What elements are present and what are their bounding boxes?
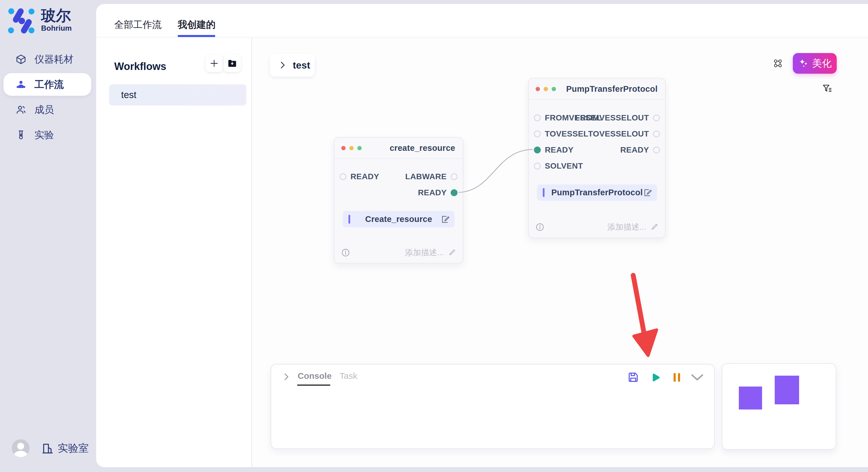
workflow-node-create-resource[interactable]: create_resource READY LABWARE READY Crea…: [334, 137, 463, 264]
minimap-node-pump-transfer: [775, 376, 799, 404]
edit-icon[interactable]: [441, 215, 450, 224]
command-palette-button[interactable]: [773, 59, 783, 69]
sidebar-item-label: 实验: [34, 129, 54, 142]
import-workflow-button[interactable]: [224, 55, 241, 72]
sidebar-item-experiments[interactable]: 实验: [3, 124, 91, 146]
sidebar-item-workflows[interactable]: 工作流: [3, 73, 91, 96]
lab-switcher[interactable]: 实验室: [41, 441, 89, 456]
sidebar-item-members[interactable]: 成员: [3, 98, 91, 121]
package-icon: [16, 54, 26, 65]
traffic-red-dot: [341, 146, 346, 150]
port-label: LABWARE: [405, 172, 446, 181]
port-circle[interactable]: [653, 131, 660, 137]
pill-label: PumpTransferProtocol: [537, 184, 657, 201]
building-icon: [41, 442, 54, 455]
pause-icon[interactable]: [671, 371, 683, 383]
port-tovesselout-out[interactable]: TOVESSELOUT: [529, 130, 665, 138]
node-header: create_resource: [334, 138, 463, 159]
port-label: FROMVESSELOUT: [575, 113, 649, 123]
test-tube-icon: [16, 130, 26, 140]
chevron-right-icon: [279, 61, 286, 69]
lab-label: 实验室: [58, 441, 89, 456]
filter-button[interactable]: [822, 83, 832, 95]
workflow-list-panel: Workflows test: [96, 38, 252, 467]
port-labware-out[interactable]: LABWARE: [334, 173, 463, 180]
description-placeholder[interactable]: 添加描述...: [608, 222, 646, 233]
edit-icon[interactable]: [643, 188, 652, 197]
sidebar: 玻尔 Bohrium 仪器耗材 工作流 成员: [0, 0, 96, 472]
breadcrumb[interactable]: test: [270, 54, 315, 76]
info-icon[interactable]: [341, 248, 350, 257]
traffic-green-dot: [552, 87, 556, 91]
workflow-node-pump-transfer-protocol[interactable]: PumpTransferProtocol FROMVESSEL TOVESSEL…: [528, 78, 665, 238]
brand-name: 玻尔: [41, 7, 72, 24]
collapse-chevron-right-icon[interactable]: [283, 372, 290, 381]
port-circle[interactable]: [451, 173, 458, 180]
add-workflow-button[interactable]: [206, 55, 223, 72]
filter-icon: [822, 83, 832, 94]
breadcrumb-label: test: [293, 60, 310, 71]
minimap-node-create-resource: [739, 386, 762, 409]
sidebar-item-label: 成员: [34, 103, 54, 116]
port-ready-out[interactable]: READY: [334, 189, 463, 196]
port-circle[interactable]: [653, 146, 660, 154]
run-icon[interactable]: [649, 371, 661, 383]
port-circle-connected[interactable]: [451, 189, 458, 196]
port-fromvesselout-out[interactable]: FROMVESSELOUT: [529, 114, 665, 122]
tab-all-workflows[interactable]: 全部工作流: [114, 19, 162, 31]
beautify-label: 美化: [812, 57, 832, 70]
pill-label: Create_resource: [343, 211, 455, 227]
folder-download-icon: [227, 59, 237, 68]
bohrium-logo-icon: [8, 7, 35, 34]
users-icon: [16, 104, 26, 115]
node-function-pill[interactable]: Create_resource: [343, 211, 455, 227]
port-ready-out[interactable]: READY: [529, 146, 665, 154]
sidebar-item-label: 工作流: [34, 78, 64, 91]
people-icon: [16, 79, 26, 90]
sparkles-icon: [798, 58, 809, 69]
workflow-item-label: test: [121, 90, 136, 100]
active-tab-underline: [178, 35, 215, 37]
node-header: PumpTransferProtocol: [529, 78, 665, 100]
brand: 玻尔 Bohrium: [8, 7, 72, 34]
beautify-button[interactable]: 美化: [793, 53, 837, 74]
console-panel: Console Task: [271, 364, 715, 449]
console-tab-underline: [297, 384, 330, 386]
chevron-down-icon[interactable]: [690, 374, 704, 382]
node-footer: 添加描述...: [529, 222, 665, 233]
port-label: READY: [620, 145, 649, 155]
node-footer: 添加描述...: [334, 247, 463, 258]
sidebar-item-instruments[interactable]: 仪器耗材: [3, 48, 91, 71]
tab-my-created[interactable]: 我创建的: [178, 19, 216, 31]
node-title: create_resource: [390, 143, 455, 153]
port-solvent-in[interactable]: SOLVENT: [529, 162, 665, 170]
traffic-green-dot: [358, 146, 362, 150]
header-tabbar: 全部工作流 我创建的: [96, 4, 868, 38]
plus-icon: [209, 59, 219, 68]
workflow-list-item-test[interactable]: test: [109, 84, 246, 105]
port-circle[interactable]: [653, 114, 660, 121]
port-circle[interactable]: [534, 163, 541, 169]
description-placeholder[interactable]: 添加描述...: [405, 247, 444, 258]
traffic-yellow-dot: [544, 87, 548, 91]
pencil-icon[interactable]: [650, 223, 659, 231]
node-title: PumpTransferProtocol: [566, 84, 658, 94]
minimap[interactable]: [722, 363, 836, 450]
sidebar-item-label: 仪器耗材: [34, 53, 73, 66]
save-icon[interactable]: [627, 371, 639, 383]
port-label: TOVESSELOUT: [588, 129, 649, 138]
traffic-red-dot: [536, 87, 540, 91]
node-function-pill[interactable]: PumpTransferProtocol: [537, 184, 657, 201]
brand-subtitle: Bohrium: [41, 24, 72, 32]
port-label: READY: [418, 188, 446, 197]
pencil-icon[interactable]: [448, 248, 456, 257]
info-icon[interactable]: [536, 223, 544, 231]
user-avatar[interactable]: [12, 439, 30, 457]
port-label: SOLVENT: [545, 162, 583, 171]
tab-console[interactable]: Console: [298, 371, 332, 381]
workflow-panel-title: Workflows: [114, 61, 166, 72]
command-icon: [773, 59, 783, 68]
tab-task[interactable]: Task: [340, 371, 358, 381]
traffic-yellow-dot: [349, 146, 353, 150]
